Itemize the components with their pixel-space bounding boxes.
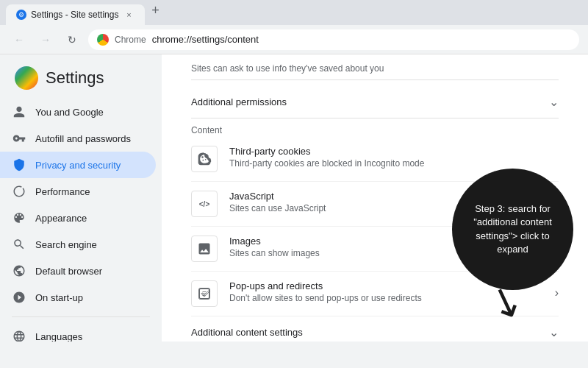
tab-title: Settings - Site settings	[31, 10, 118, 20]
chrome-label: Chrome	[115, 35, 146, 45]
new-tab-button[interactable]: +	[145, 0, 165, 21]
sidebar-item-search[interactable]: Search engine	[0, 231, 156, 258]
sidebar-item-languages[interactable]: Languages	[0, 323, 156, 342]
svg-point-2	[203, 160, 204, 161]
sidebar-label: Performance	[35, 186, 90, 197]
tab-bar: ⚙ Settings - Site settings × +	[0, 0, 588, 25]
sidebar-item-performance[interactable]: Performance	[0, 178, 156, 205]
chevron-down-icon-2: ⌄	[549, 325, 559, 339]
cookies-desc: Third-party cookies are blocked in Incog…	[229, 158, 559, 169]
language-icon	[12, 329, 26, 342]
browser-icon	[12, 263, 26, 278]
tab-close-button[interactable]: ×	[123, 9, 135, 21]
person-icon	[12, 105, 26, 119]
sidebar-label: Privacy and security	[35, 160, 121, 171]
sidebar-label: Appearance	[35, 213, 87, 224]
chrome-logo	[97, 34, 109, 46]
content-section-header: Content	[191, 118, 559, 137]
main-layout: Settings You and Google Autofill and pas…	[0, 54, 588, 342]
sidebar-label: On start-up	[35, 292, 83, 303]
popup-icon	[191, 280, 218, 307]
top-hint: Sites can ask to use info they've saved …	[191, 54, 559, 80]
google-logo	[15, 66, 38, 90]
additional-permissions-row[interactable]: Additional permissions ⌄	[191, 86, 559, 118]
sidebar-title: Settings	[0, 60, 162, 99]
performance-icon	[12, 184, 26, 199]
key-icon	[12, 131, 26, 146]
chevron-down-icon: ⌄	[549, 95, 559, 109]
refresh-button[interactable]: ↻	[62, 29, 82, 50]
sidebar-item-default-browser[interactable]: Default browser	[0, 258, 156, 284]
annotation-bubble: Step 3: search for "additional content s…	[452, 169, 573, 290]
svg-point-1	[205, 159, 207, 160]
svg-point-0	[201, 156, 204, 158]
sidebar-label: Default browser	[35, 266, 102, 277]
cookies-title: Third-party cookies	[229, 146, 559, 157]
sidebar-item-privacy[interactable]: Privacy and security	[0, 152, 156, 178]
sidebar-item-appearance[interactable]: Appearance	[0, 205, 156, 231]
search-icon	[12, 237, 26, 252]
active-tab[interactable]: ⚙ Settings - Site settings ×	[6, 4, 145, 25]
back-button[interactable]: ←	[9, 29, 29, 50]
cookies-icon	[191, 146, 218, 172]
sidebar-label: Autofill and passwords	[35, 133, 131, 144]
tab-favicon: ⚙	[16, 10, 26, 20]
sidebar-label: You and Google	[35, 107, 104, 118]
arrow-right-icon: ›	[555, 286, 559, 300]
sidebar-divider	[12, 316, 150, 317]
shield-icon	[12, 158, 26, 172]
images-icon	[191, 236, 218, 262]
address-text: chrome://settings/content	[152, 34, 259, 45]
forward-button[interactable]: →	[35, 29, 56, 50]
sidebar-item-autofill[interactable]: Autofill and passwords	[0, 125, 156, 152]
sidebar-label: Languages	[35, 331, 82, 342]
address-bar[interactable]: Chrome chrome://settings/content	[88, 29, 579, 50]
additional-content-label: Additional content settings	[191, 327, 549, 338]
startup-icon	[12, 290, 26, 305]
additional-permissions-label: Additional permissions	[191, 96, 549, 107]
javascript-icon: </>	[191, 191, 218, 217]
cookies-text: Third-party cookies Third-party cookies …	[229, 146, 559, 169]
nav-bar: ← → ↻ Chrome chrome://settings/content	[0, 25, 588, 54]
sidebar: Settings You and Google Autofill and pas…	[0, 54, 162, 342]
appearance-icon	[12, 210, 26, 225]
sidebar-label: Search engine	[35, 239, 97, 250]
sidebar-item-startup[interactable]: On start-up	[0, 284, 156, 311]
sidebar-item-you-google[interactable]: You and Google	[0, 99, 156, 125]
